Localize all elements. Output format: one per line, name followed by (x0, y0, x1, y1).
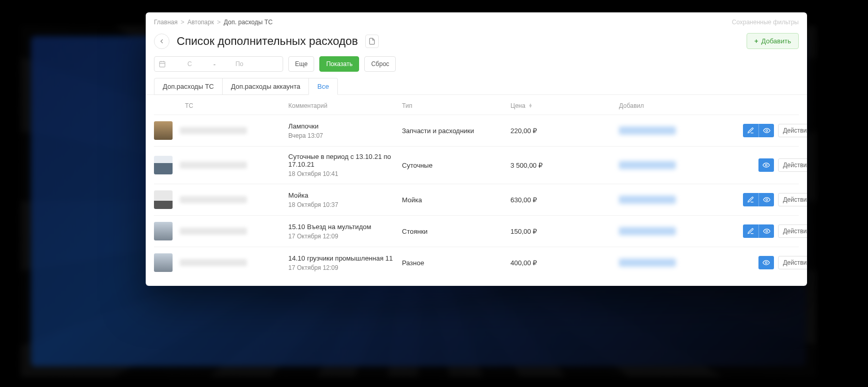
added-by-blurred (619, 259, 676, 267)
svg-point-4 (766, 230, 768, 232)
actions-dropdown-label: Действия (783, 162, 807, 169)
row-actions: Действия▾ (733, 224, 807, 238)
icon-button-group (758, 158, 774, 172)
date-range-picker[interactable]: - (154, 56, 283, 72)
svg-point-1 (766, 130, 768, 132)
vehicle-thumbnail[interactable] (154, 121, 173, 140)
vehicle-thumbnail[interactable] (154, 253, 173, 272)
eye-icon (763, 127, 770, 134)
more-filters-button[interactable]: Еще (288, 56, 314, 72)
add-button[interactable]: + Добавить (747, 33, 799, 49)
breadcrumb-item-fleet[interactable]: Автопарк (188, 19, 214, 26)
vehicle-cell (154, 121, 283, 140)
col-added-by: Добавил (619, 102, 727, 109)
view-button[interactable] (758, 224, 774, 238)
tab-1[interactable]: Доп.расходы аккаунта (222, 78, 309, 95)
table-row: Мойка18 Октября 10:37Мойка630,00 ₽Действ… (154, 184, 799, 215)
breadcrumb: Главная > Автопарк > Доп. расходы ТС Сох… (146, 12, 807, 29)
col-type: Тип (402, 102, 505, 109)
date-separator: - (213, 60, 215, 68)
table-header: ТС Комментарий Тип Цена ▲▼ Добавил (154, 95, 799, 115)
view-button[interactable] (758, 256, 774, 269)
vehicle-thumbnail[interactable] (154, 222, 173, 240)
eye-icon (763, 259, 770, 266)
added-by-blurred (619, 126, 676, 135)
date-from-input[interactable] (169, 60, 210, 68)
col-price-label: Цена (510, 102, 525, 109)
actions-dropdown-label: Действия (783, 259, 807, 266)
vehicle-name-blurred (180, 259, 247, 266)
breadcrumb-item-current: Доп. расходы ТС (224, 19, 273, 26)
expenses-table: ТС Комментарий Тип Цена ▲▼ Добавил Лампо… (146, 95, 807, 278)
apply-button[interactable]: Показать (319, 56, 359, 72)
comment-date: Вчера 13:07 (288, 132, 397, 139)
icon-button-group (743, 224, 774, 238)
comment-text: Мойка (288, 191, 397, 199)
comment-text: 14.10 грузчики промышленная 11 (288, 254, 397, 262)
edit-button[interactable] (743, 124, 758, 137)
sort-icon: ▲▼ (529, 104, 533, 108)
comment-cell: ЛампочкиВчера 13:07 (288, 122, 397, 139)
saved-filters-link[interactable]: Сохраненные фильтры (732, 19, 799, 26)
edit-button[interactable] (743, 193, 758, 206)
actions-dropdown[interactable]: Действия▾ (778, 124, 807, 137)
back-button[interactable] (154, 34, 169, 49)
comment-cell: 14.10 грузчики промышленная 1117 Октября… (288, 254, 397, 271)
eye-icon (763, 228, 770, 235)
price-cell: 220,00 ₽ (510, 127, 614, 135)
actions-dropdown[interactable]: Действия▾ (778, 256, 807, 269)
date-to-input[interactable] (219, 60, 260, 68)
tab-2[interactable]: Все (308, 78, 337, 95)
price-cell: 400,00 ₽ (510, 259, 614, 267)
view-button[interactable] (758, 193, 774, 206)
vehicle-cell (154, 190, 283, 209)
added-by-cell (619, 161, 727, 169)
comment-cell: Мойка18 Октября 10:37 (288, 191, 397, 208)
price-cell: 3 500,00 ₽ (510, 162, 614, 169)
vehicle-name-blurred (180, 196, 247, 203)
vehicle-cell (154, 253, 283, 272)
edit-button[interactable] (743, 224, 758, 238)
document-icon[interactable] (365, 35, 379, 48)
comment-date: 17 Октября 12:09 (288, 264, 397, 271)
vehicle-name-blurred (180, 162, 247, 169)
main-panel: Главная > Автопарк > Доп. расходы ТС Сох… (146, 12, 807, 286)
breadcrumb-separator: > (181, 19, 184, 26)
actions-dropdown-label: Действия (783, 228, 807, 235)
breadcrumb-item-home[interactable]: Главная (154, 19, 178, 26)
comment-date: 18 Октября 10:41 (288, 170, 397, 178)
price-cell: 150,00 ₽ (510, 228, 614, 235)
added-by-blurred (619, 161, 676, 169)
price-cell: 630,00 ₽ (510, 196, 614, 204)
actions-dropdown[interactable]: Действия▾ (778, 158, 807, 172)
actions-dropdown-label: Действия (783, 127, 807, 134)
view-button[interactable] (758, 124, 774, 137)
icon-button-group (743, 193, 774, 206)
calendar-icon (159, 60, 166, 68)
vehicle-thumbnail[interactable] (154, 190, 173, 209)
tab-0[interactable]: Доп.расходы ТС (154, 78, 223, 95)
comment-date: 18 Октября 10:37 (288, 201, 397, 208)
added-by-cell (619, 126, 727, 135)
added-by-cell (619, 259, 727, 267)
svg-point-5 (766, 262, 768, 264)
type-cell: Мойка (402, 196, 505, 204)
add-button-label: Добавить (762, 37, 791, 45)
added-by-blurred (619, 196, 676, 204)
vehicle-thumbnail[interactable] (154, 156, 173, 174)
row-actions: Действия▾ (733, 158, 807, 172)
col-price[interactable]: Цена ▲▼ (510, 102, 614, 109)
reset-button[interactable]: Сброс (364, 56, 396, 72)
plus-icon: + (754, 37, 758, 45)
actions-dropdown[interactable]: Действия▾ (778, 193, 807, 206)
actions-dropdown[interactable]: Действия▾ (778, 224, 807, 238)
vehicle-cell (154, 222, 283, 240)
row-actions: Действия▾ (733, 124, 807, 137)
row-actions: Действия▾ (733, 193, 807, 206)
vehicle-name-blurred (180, 127, 247, 134)
view-button[interactable] (758, 158, 774, 172)
eye-icon (763, 196, 770, 203)
type-cell: Запчасти и расходники (402, 127, 505, 135)
eye-icon (763, 162, 770, 169)
edit-icon (747, 228, 754, 235)
